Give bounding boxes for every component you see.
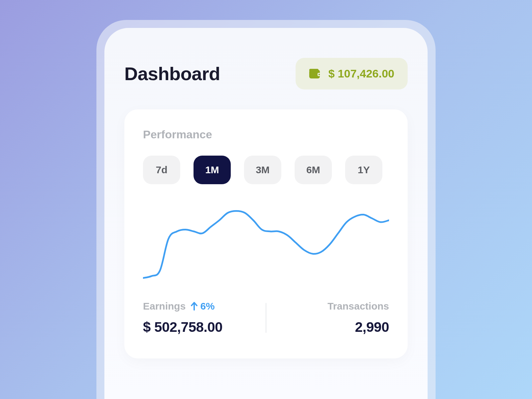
transactions-label: Transactions bbox=[328, 301, 389, 312]
svg-point-3 bbox=[319, 73, 320, 75]
header: Dashboard $ 107,426.00 bbox=[124, 58, 408, 89]
card-title: Performance bbox=[143, 128, 389, 141]
arrow-up-icon bbox=[190, 302, 198, 311]
range-1y[interactable]: 1Y bbox=[345, 156, 382, 184]
range-1m[interactable]: 1M bbox=[194, 156, 231, 184]
range-6m[interactable]: 6M bbox=[295, 156, 332, 184]
time-range-selector: 7d 1M 3M 6M 1Y bbox=[143, 156, 389, 184]
range-7d[interactable]: 7d bbox=[143, 156, 180, 184]
performance-card: Performance 7d 1M 3M 6M 1Y Earnings bbox=[124, 109, 408, 358]
transactions-value: 2,990 bbox=[276, 319, 389, 335]
wallet-amount: $ 107,426.00 bbox=[328, 67, 394, 80]
wallet-icon bbox=[309, 68, 321, 79]
earnings-delta-value: 6% bbox=[200, 301, 214, 312]
transactions-stat: Transactions 2,990 bbox=[276, 301, 389, 335]
range-3m[interactable]: 3M bbox=[244, 156, 281, 184]
stat-divider bbox=[266, 303, 266, 333]
performance-chart bbox=[143, 194, 389, 287]
earnings-value: $ 502,758.00 bbox=[143, 319, 256, 335]
screen: Dashboard $ 107,426.00 Performance 7d 1M bbox=[104, 28, 428, 399]
wallet-balance-pill[interactable]: $ 107,426.00 bbox=[296, 58, 408, 89]
page-title: Dashboard bbox=[124, 63, 220, 84]
svg-rect-1 bbox=[309, 69, 319, 71]
earnings-label: Earnings bbox=[143, 301, 186, 312]
device-frame: Dashboard $ 107,426.00 Performance 7d 1M bbox=[96, 20, 436, 399]
stats-row: Earnings 6% $ 502,758.00 bbox=[143, 301, 389, 335]
earnings-delta: 6% bbox=[190, 301, 214, 312]
earnings-stat: Earnings 6% $ 502,758.00 bbox=[143, 301, 256, 335]
